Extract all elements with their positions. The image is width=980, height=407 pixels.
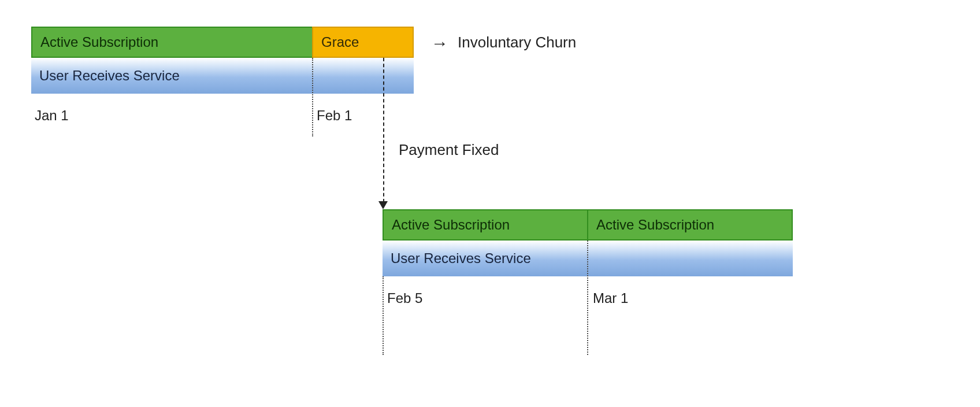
arrow-down-icon (378, 201, 388, 209)
diagram-stage: Active Subscription Grace User Receives … (0, 0, 980, 407)
bottom-service-label: User Receives Service (391, 250, 531, 267)
guideline-feb5 (383, 276, 384, 355)
top-date-jan1: Jan 1 (35, 108, 69, 124)
bottom-active1-label: Active Subscription (392, 217, 510, 233)
arrow-right-icon: → (431, 34, 448, 53)
top-date-feb1: Feb 1 (317, 108, 352, 124)
involuntary-churn-label: Involuntary Churn (458, 34, 576, 51)
bottom-active2-bar: Active Subscription (587, 209, 793, 240)
top-active-subscription-bar: Active Subscription (31, 27, 313, 58)
payment-fixed-label: Payment Fixed (399, 141, 499, 159)
guideline-mar1 (587, 240, 588, 355)
top-service-label: User Receives Service (39, 68, 180, 84)
bottom-active1-bar: Active Subscription (383, 209, 588, 240)
top-active-subscription-label: Active Subscription (40, 34, 158, 50)
payment-fixed-arrow-line (383, 58, 384, 202)
bottom-active2-label: Active Subscription (596, 217, 714, 233)
top-grace-label: Grace (321, 34, 359, 50)
bottom-date-mar1: Mar 1 (593, 290, 628, 306)
top-service-bar: User Receives Service (31, 58, 414, 94)
top-grace-bar: Grace (312, 27, 414, 58)
bottom-date-feb5: Feb 5 (387, 290, 422, 306)
guideline-feb1 (312, 58, 313, 136)
